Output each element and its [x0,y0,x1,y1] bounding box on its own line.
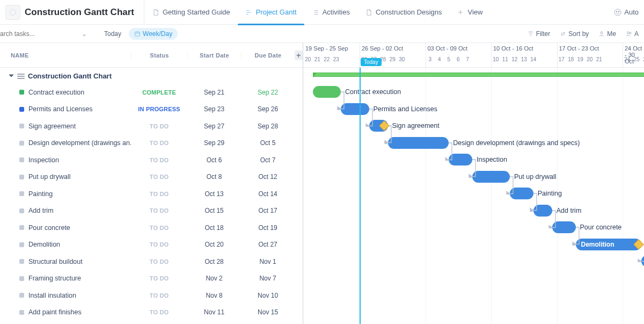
task-row[interactable]: Install insulationTO DONov 8Nov 10 [0,287,303,304]
tab-activities[interactable]: Activities [304,0,357,25]
tab-construction-designs[interactable]: Construction Designs [357,0,450,25]
gantt-bar[interactable]: Pour concrete [552,221,576,233]
task-due[interactable]: Sep 28 [241,123,295,130]
task-status[interactable]: TO DO [131,140,187,146]
task-row[interactable]: Structural buildoutTO DOOct 28Nov 1 [0,253,303,270]
task-status[interactable]: TO DO [131,157,187,163]
task-start[interactable]: Nov 11 [187,308,241,316]
gantt-bar[interactable]: Permits and Licenses [341,103,369,115]
app-icon[interactable] [5,5,20,20]
filter-button[interactable]: Filter [528,30,551,38]
task-due[interactable]: Oct 5 [241,139,295,147]
week-label: 10 Oct - 16 Oct [493,45,533,52]
task-status[interactable]: TO DO [131,225,187,231]
task-start[interactable]: Sep 21 [187,89,241,96]
sort-button[interactable]: Sort by [560,30,589,38]
task-row[interactable]: Framing structureTO DONov 2Nov 7 [0,270,303,287]
task-status[interactable]: TO DO [131,275,187,282]
gantt-bar[interactable]: Inspection [449,154,472,165]
task-start[interactable]: Sep 23 [187,105,241,113]
search-expand-icon[interactable]: ⌄ [82,30,87,38]
task-row[interactable]: Pour concreteTO DOOct 18Oct 19 [0,219,303,236]
task-due[interactable]: Nov 1 [241,258,295,265]
col-name[interactable]: NAME [0,52,131,59]
task-due[interactable]: Nov 7 [241,275,295,282]
col-status[interactable]: Status [131,52,187,59]
task-start[interactable]: Oct 13 [187,190,241,198]
gantt-bar-label: Demolition [576,241,614,248]
task-start[interactable]: Oct 20 [187,241,241,248]
task-row[interactable]: Add paint finishesTO DONov 11Nov 15 [0,304,303,321]
task-row[interactable]: Add trimTO DOOct 15Oct 17 [0,203,303,220]
task-due[interactable]: Oct 19 [241,224,295,232]
col-add[interactable]: + [295,51,303,60]
task-start[interactable]: Oct 28 [187,258,241,265]
task-start[interactable]: Oct 8 [187,173,241,181]
assignee-label: A [634,30,639,38]
task-status[interactable]: IN PROGRESS [131,106,187,112]
summary-bar[interactable] [313,73,645,77]
gantt-bar[interactable]: Painting [510,188,533,199]
zoom-button[interactable]: Week/Day [129,28,178,40]
me-button[interactable]: Me [598,30,616,38]
task-row[interactable]: Contract executionCOMPLETESep 21Sep 22 [0,84,303,101]
gantt-bar-label: Pour concrete [580,224,622,231]
task-start[interactable]: Oct 18 [187,224,241,232]
toolbar: ⌄ Today Week/Day Filter Sort by Me A [0,25,644,43]
task-start[interactable]: Oct 6 [187,156,241,164]
tab-view[interactable]: View [449,0,490,25]
col-start[interactable]: Start Date [187,52,241,59]
task-due[interactable]: Sep 22 [241,89,295,96]
automate-label: Auto [624,8,639,16]
task-status[interactable]: TO DO [131,207,187,214]
task-start[interactable]: Nov 8 [187,292,241,299]
task-status[interactable]: COMPLETE [131,89,187,96]
task-start[interactable]: Sep 27 [187,123,241,130]
task-row[interactable]: Permits and LicensesIN PROGRESSSep 23Sep… [0,101,303,118]
task-status[interactable]: TO DO [131,241,187,248]
today-button[interactable]: Today [99,28,127,40]
task-status[interactable]: TO DO [131,292,187,299]
task-status[interactable]: TO DO [131,309,187,315]
gantt-bar[interactable]: Demolition [576,239,642,250]
task-row[interactable]: DemolitionTO DOOct 20Oct 27 [0,236,303,254]
day-label: 3 [426,56,435,62]
task-start[interactable]: Sep 29 [187,139,241,147]
task-start[interactable]: Nov 2 [187,275,241,282]
gantt-timeline[interactable]: 19 Sep - 25 Sep26 Sep - 02 Oct03 Oct - 0… [303,43,644,324]
gantt-bar[interactable]: Add trim [533,205,552,217]
col-due[interactable]: Due Date [241,52,295,59]
task-status[interactable]: TO DO [131,258,187,265]
task-row[interactable]: PaintingTO DOOct 13Oct 14 [0,185,303,203]
task-due[interactable]: Oct 27 [241,241,295,248]
task-row[interactable]: Sign agreementTO DOSep 27Sep 28 [0,118,303,135]
gantt-bar[interactable]: Design development (drawings and specs) [388,137,449,149]
gantt-bar[interactable]: Put up drywall [472,171,510,183]
task-status[interactable]: TO DO [131,191,187,197]
task-row[interactable]: Design development (drawings an...TO DOS… [0,135,303,152]
gantt-bar[interactable]: Contract execution [313,86,341,98]
timeline-body[interactable]: TodayContract executionPermits and Licen… [303,68,644,324]
task-due[interactable]: Oct 17 [241,207,295,214]
task-name: Framing structure [28,275,81,282]
task-start[interactable]: Oct 15 [187,207,241,214]
gantt-bar-label: Painting [538,190,562,197]
task-due[interactable]: Oct 7 [241,156,295,164]
task-row[interactable]: InspectionTO DOOct 6Oct 7 [0,152,303,169]
project-row[interactable]: Construction Gantt Chart [0,68,303,84]
automate-button[interactable]: Auto [611,5,641,20]
task-status[interactable]: TO DO [131,123,187,129]
task-due[interactable]: Sep 26 [241,105,295,113]
search-input[interactable] [0,30,64,38]
task-due[interactable]: Nov 10 [241,292,295,299]
task-due[interactable]: Nov 15 [241,308,295,316]
tab-project-gantt[interactable]: Project Gantt [238,0,304,25]
task-due[interactable]: Oct 14 [241,190,295,198]
search-wrapper[interactable]: ⌄ [0,25,91,42]
task-due[interactable]: Oct 12 [241,173,295,181]
assignee-button[interactable]: A [626,30,639,38]
task-status[interactable]: TO DO [131,174,187,180]
task-row[interactable]: Put up drywallTO DOOct 8Oct 12 [0,169,303,186]
gantt-bar[interactable]: Structural buildout [641,255,644,267]
tab-getting-started-guide[interactable]: Getting Started Guide [144,0,238,25]
